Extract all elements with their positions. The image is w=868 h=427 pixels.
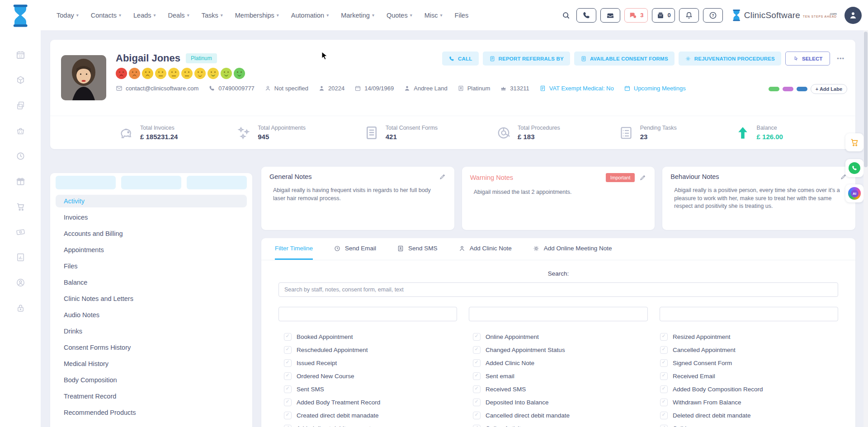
event-filter-row[interactable]: Cancelled Appointment [660, 346, 849, 354]
checkbox[interactable] [284, 346, 292, 354]
checkbox[interactable] [473, 333, 481, 341]
timeline-search-input[interactable] [278, 282, 838, 297]
nav-item[interactable]: Leads [133, 12, 156, 19]
checkbox[interactable] [473, 372, 481, 380]
event-filter-row[interactable]: Cancelled direct debit mandate [473, 412, 660, 419]
event-filter-row[interactable]: Received Email [660, 372, 849, 380]
contact-circle-icon[interactable] [15, 277, 26, 288]
header-action-button[interactable]: REPORT REFERRALS BY [483, 52, 570, 66]
mood-emoji[interactable] [116, 68, 127, 79]
checkbox[interactable] [473, 346, 481, 354]
nav-item[interactable]: Tasks [202, 12, 223, 19]
filter-input[interactable] [469, 307, 647, 321]
search-icon[interactable] [561, 11, 571, 20]
nav-item[interactable]: Contacts [91, 12, 121, 19]
floating-call-button[interactable] [845, 159, 863, 177]
clinicsoftware-hourglass-logo[interactable] [10, 4, 31, 28]
checkbox[interactable] [473, 359, 481, 367]
checkbox[interactable] [660, 385, 668, 393]
event-filter-row[interactable]: Sent email [473, 372, 660, 380]
event-filter-row[interactable]: Call Log [660, 425, 849, 427]
sidebar-menu-item[interactable]: Medical History [56, 357, 247, 370]
checkbox[interactable] [660, 333, 668, 341]
checkbox[interactable] [660, 346, 668, 354]
scrollbar-thumb[interactable] [864, 32, 868, 167]
checkbox[interactable] [660, 372, 668, 380]
copy-icon[interactable] [15, 100, 26, 111]
event-filter-row[interactable]: Added Body Composition Record [660, 385, 849, 393]
event-filter-row[interactable]: Added Body Treatment Record [284, 399, 473, 406]
sidebar-menu-item[interactable]: Files [56, 260, 247, 272]
calendar-12-icon[interactable] [15, 50, 26, 60]
checkbox[interactable] [284, 399, 292, 406]
cube-icon[interactable] [15, 75, 26, 85]
checkbox[interactable] [473, 385, 481, 393]
event-filter-row[interactable]: Online Activity [473, 425, 660, 427]
sidebar-tab[interactable] [121, 176, 181, 189]
event-filter-row[interactable]: Changed Appointment Status [473, 346, 660, 354]
mood-emoji[interactable] [168, 68, 179, 79]
sidebar-menu-item[interactable]: Accounts and Billing [56, 227, 247, 240]
checkbox[interactable] [660, 399, 668, 406]
sidebar-menu-item[interactable]: Consent Forms History [56, 341, 247, 354]
sidebar-menu-item[interactable]: Activity [56, 195, 247, 207]
checkbox[interactable] [660, 359, 668, 367]
checkbox[interactable] [284, 412, 292, 419]
mood-emoji[interactable] [155, 68, 166, 79]
event-filter-row[interactable]: Signed Consent Form [660, 359, 849, 367]
timeline-tab[interactable]: Send Email [334, 238, 376, 260]
sidebar-menu-item[interactable]: Drinks [56, 325, 247, 338]
sidebar-menu-item[interactable]: Treatment Record [56, 390, 247, 403]
chat-button[interactable]: 3 [624, 8, 647, 23]
checkbox[interactable] [473, 425, 481, 427]
more-options-button[interactable]: ••• [834, 55, 847, 62]
event-filter-row[interactable]: Deposited Into Balance [473, 399, 660, 406]
inbox-button[interactable] [600, 8, 620, 23]
edit-pencil-icon[interactable] [439, 173, 446, 180]
report-icon[interactable] [15, 252, 26, 263]
timeline-tab[interactable]: Add Clinic Note [458, 238, 512, 260]
lock-icon[interactable] [15, 303, 26, 313]
nav-item[interactable]: Memberships [235, 12, 279, 19]
timeline-tab[interactable]: Filter Timeline [275, 238, 313, 260]
header-action-button[interactable]: CALL [442, 52, 478, 66]
event-filter-row[interactable]: Sent SMS [284, 385, 473, 393]
filter-input[interactable] [660, 307, 838, 321]
select-button[interactable]: SELECT [785, 52, 830, 66]
notifications-button[interactable] [679, 8, 699, 23]
floating-cart-button[interactable] [845, 133, 863, 151]
sidebar-menu-item[interactable]: Recommended Products [56, 406, 247, 419]
sidebar-menu-item[interactable]: Appointments [56, 244, 247, 256]
nav-item[interactable]: Quotes [387, 12, 412, 19]
patient-photo[interactable] [61, 55, 106, 100]
header-action-button[interactable]: AVAILABLE CONSENT FORMS [574, 52, 675, 66]
event-filter-row[interactable]: Received SMS [473, 385, 660, 393]
checkbox[interactable] [473, 399, 481, 406]
add-label-button[interactable]: + Add Labe [811, 84, 847, 94]
sidebar-menu-item[interactable]: Clinic Notes and Letters [56, 292, 247, 305]
nav-item[interactable]: Marketing [341, 12, 374, 19]
nav-item[interactable]: Files [455, 12, 469, 19]
gift-icon[interactable] [15, 176, 26, 187]
nav-item[interactable]: Today [57, 12, 79, 19]
event-filter-row[interactable]: Ordered New Course [284, 372, 473, 380]
event-filter-row[interactable]: Added direct debit payment [284, 425, 473, 427]
checkbox[interactable] [284, 385, 292, 393]
nav-item[interactable]: Automation [291, 12, 329, 19]
timeline-tab[interactable]: Send SMS [397, 238, 438, 260]
mood-emoji[interactable] [221, 68, 232, 79]
sidebar-menu-item[interactable]: Body Composition [56, 374, 247, 386]
sidebar-menu-item[interactable]: Balance [56, 276, 247, 289]
event-filter-row[interactable]: Created direct debit manadate [284, 412, 473, 419]
basket-icon[interactable] [15, 126, 26, 136]
filter-input[interactable] [278, 307, 457, 321]
mood-emoji[interactable] [208, 68, 219, 79]
checkbox[interactable] [284, 372, 292, 380]
history-icon[interactable] [15, 151, 26, 161]
help-button[interactable] [703, 8, 723, 23]
checkbox[interactable] [284, 425, 292, 427]
checkbox[interactable] [660, 425, 668, 427]
sidebar-tab[interactable] [187, 176, 247, 189]
dialer-button[interactable] [576, 8, 596, 23]
mood-emoji[interactable] [142, 68, 153, 79]
